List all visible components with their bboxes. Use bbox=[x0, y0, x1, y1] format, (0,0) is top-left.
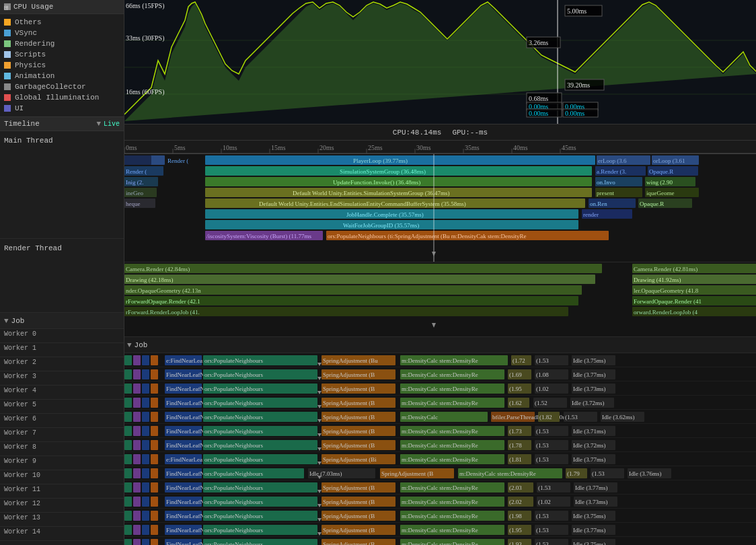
svg-text:SpringAdjustment (B: SpringAdjustment (B bbox=[323, 499, 375, 505]
svg-text:Idle (3.77ms): Idle (3.77ms) bbox=[573, 527, 606, 534]
svg-text:40ms: 40ms bbox=[513, 144, 528, 151]
worker-svg-12: FindNearLeafNodesJob (Burst) (am:Viscosi… bbox=[124, 523, 756, 537]
worker-row-12: FindNearLeafNodesJob (Burst) (am:Viscosi… bbox=[124, 523, 756, 537]
svg-rect-162 bbox=[151, 384, 158, 394]
main-thread-label: Main Thread bbox=[4, 137, 53, 145]
svg-text:(1.78: (1.78 bbox=[509, 442, 522, 449]
svg-rect-237 bbox=[124, 440, 132, 450]
svg-text:SpringAdjustment (Bi: SpringAdjustment (Bi bbox=[323, 456, 377, 463]
legend-item-physics[interactable]: Physics bbox=[0, 60, 124, 71]
svg-rect-356 bbox=[151, 525, 158, 535]
svg-rect-123 bbox=[142, 355, 149, 365]
svg-text:Idle (3.75ms): Idle (3.75ms) bbox=[573, 513, 606, 519]
legend-label-gi: Global Illumination bbox=[15, 94, 99, 102]
svg-rect-124 bbox=[151, 355, 158, 365]
svg-rect-238 bbox=[133, 440, 141, 450]
legend-item-scripts[interactable]: Scripts bbox=[0, 49, 124, 60]
svg-text:(1.79: (1.79 bbox=[567, 470, 580, 477]
worker-row-4: FindNearLeafNodesJob (Burst) (tm:Viscosi… bbox=[124, 410, 756, 424]
svg-rect-297 bbox=[133, 482, 141, 493]
stats-bar: CPU:48.14ms GPU:--ms bbox=[124, 124, 756, 141]
svg-text:3.26ms: 3.26ms bbox=[529, 39, 548, 46]
svg-text:rForward.RenderLoopJob (41.: rForward.RenderLoopJob (41. bbox=[126, 309, 200, 316]
svg-text:m:DensityCalc stem:DensityRe: m:DensityCalc stem:DensityRe bbox=[402, 386, 478, 392]
svg-text:0.00ms: 0.00ms bbox=[565, 110, 584, 117]
legend-item-rendering[interactable]: Rendering bbox=[0, 38, 124, 49]
svg-marker-158 bbox=[317, 377, 322, 380]
svg-rect-315 bbox=[124, 497, 132, 507]
svg-text:ler.OpaqueGeometry (41.8: ler.OpaqueGeometry (41.8 bbox=[634, 287, 699, 294]
svg-rect-122 bbox=[133, 355, 141, 365]
worker-svg-6: FindNearLeafNodesJob (Burst) (am:Viscosi… bbox=[124, 438, 756, 452]
svg-text:(1.02: (1.02 bbox=[538, 499, 551, 505]
svg-text:m:DensityCalc stem:DensityRe: m:DensityCalc stem:DensityRe bbox=[402, 357, 478, 364]
svg-text:SpringAdjustment (B: SpringAdjustment (B bbox=[323, 386, 375, 392]
svg-text:ors:PopulateNeighbours: ors:PopulateNeighbours bbox=[204, 357, 263, 364]
legend-item-others[interactable]: Others bbox=[0, 17, 124, 28]
svg-rect-334 bbox=[124, 511, 132, 521]
svg-text:rForwardOpaque.Render (42.1: rForwardOpaque.Render (42.1 bbox=[126, 298, 200, 305]
svg-rect-221 bbox=[151, 426, 158, 436]
legend-item-vsync[interactable]: VSync bbox=[0, 28, 124, 38]
svg-text:m:DensityCalc stem:DensityRe: m:DensityCalc stem:DensityRe bbox=[402, 484, 478, 491]
svg-text:(1.52: (1.52 bbox=[535, 400, 547, 406]
svg-text:Camera.Render (42.84ms): Camera.Render (42.84ms) bbox=[126, 266, 190, 272]
svg-rect-372 bbox=[124, 539, 132, 545]
svg-text:(2.02: (2.02 bbox=[509, 499, 522, 505]
svg-text:Idle (3.77ms): Idle (3.77ms) bbox=[573, 456, 606, 463]
svg-text:(1.73: (1.73 bbox=[509, 428, 522, 435]
ruler-svg: 0ms 5ms 10ms 15ms 20ms 25ms 30ms 35ms bbox=[124, 141, 756, 154]
thread-label-job[interactable]: ▼ Job bbox=[0, 313, 124, 329]
svg-text:m:DensityCalc stem:DensityRe: m:DensityCalc stem:DensityRe bbox=[402, 541, 478, 545]
svg-text:(1.02: (1.02 bbox=[536, 386, 549, 392]
svg-text:SimulationSystemGroup (36.48ms: SimulationSystemGroup (36.48ms) bbox=[340, 168, 426, 175]
svg-text:on.Ren: on.Ren bbox=[590, 201, 607, 207]
thread-label-worker7: Worker 7 bbox=[0, 428, 124, 442]
thread-label-worker12: Worker 12 bbox=[0, 499, 124, 513]
svg-rect-316 bbox=[133, 497, 141, 507]
svg-text:(1.53: (1.53 bbox=[536, 513, 549, 519]
worker-svg-2: FindNearLeafNodesJob (Burst) (am:Viscosi… bbox=[124, 382, 756, 396]
legend-item-gi[interactable]: Global Illumination bbox=[0, 92, 124, 103]
svg-marker-139 bbox=[317, 363, 322, 366]
worker-svg-10: FindNearLeafNodesJob (Burst) (am:Viscosi… bbox=[124, 495, 756, 509]
legend-item-ui[interactable]: UI bbox=[0, 103, 124, 114]
timeline-area[interactable]: rLoop (2.2 Render ( PlayerLoop (39.77ms)… bbox=[124, 154, 756, 545]
svg-text:SpringAdjustment (B: SpringAdjustment (B bbox=[323, 414, 375, 421]
svg-text:Render (: Render ( bbox=[167, 157, 188, 164]
live-badge: Live bbox=[104, 120, 120, 128]
svg-text:Inig (2.: Inig (2. bbox=[126, 179, 144, 186]
svg-text:(1.53: (1.53 bbox=[536, 527, 549, 534]
worker-row-1: FindNearLeafNodesJob (Burst) (am:Viscosi… bbox=[124, 367, 756, 382]
cpu-title: CPU Usage bbox=[13, 3, 53, 11]
right-panel: 5.00ms 3.26ms 39.20ms 0.68ms 0.00ms 0.00… bbox=[124, 0, 756, 545]
svg-marker-371 bbox=[317, 532, 322, 536]
svg-text:ors:PopulateNeighbours: ors:PopulateNeighbours bbox=[204, 499, 263, 505]
svg-text:(1.53: (1.53 bbox=[536, 428, 549, 435]
thread-label-worker10: Worker 10 bbox=[0, 470, 124, 484]
svg-text:5.00ms: 5.00ms bbox=[567, 7, 587, 15]
svg-text:(1.53: (1.53 bbox=[592, 470, 605, 477]
job-label: Job bbox=[11, 317, 25, 325]
svg-text:15ms: 15ms bbox=[271, 144, 286, 151]
svg-rect-100 bbox=[124, 264, 602, 273]
svg-text:ForwardOpaque.Render (41: ForwardOpaque.Render (41 bbox=[634, 298, 702, 305]
thread-label-worker8: Worker 8 bbox=[0, 442, 124, 456]
svg-rect-142 bbox=[142, 369, 149, 379]
svg-text:m:DensityCalc stem:DensityRe: m:DensityCalc stem:DensityRe bbox=[402, 428, 478, 435]
svg-rect-179 bbox=[133, 398, 141, 408]
svg-text:ors:PopulateNeighbours: ors:PopulateNeighbours bbox=[204, 400, 263, 406]
svg-rect-159 bbox=[124, 384, 132, 394]
legend-dot-ui bbox=[4, 105, 11, 112]
legend-item-animation[interactable]: Animation bbox=[0, 71, 124, 81]
cpu-chart[interactable]: 5.00ms 3.26ms 39.20ms 0.68ms 0.00ms 0.00… bbox=[124, 0, 756, 124]
svg-marker-255 bbox=[317, 447, 322, 451]
svg-text:SpringAdjustment (B: SpringAdjustment (B bbox=[323, 371, 375, 378]
thread-label-worker6: Worker 6 bbox=[0, 414, 124, 428]
svg-text:Render (: Render ( bbox=[126, 168, 147, 175]
legend-item-gc[interactable]: GarbageCollector bbox=[0, 81, 124, 92]
job-header-row[interactable]: ▼ Job bbox=[124, 337, 756, 353]
svg-rect-181 bbox=[151, 398, 158, 408]
thread-label-worker5: Worker 5 bbox=[0, 400, 124, 414]
svg-text:16ms (60FPS): 16ms (60FPS) bbox=[126, 88, 165, 96]
